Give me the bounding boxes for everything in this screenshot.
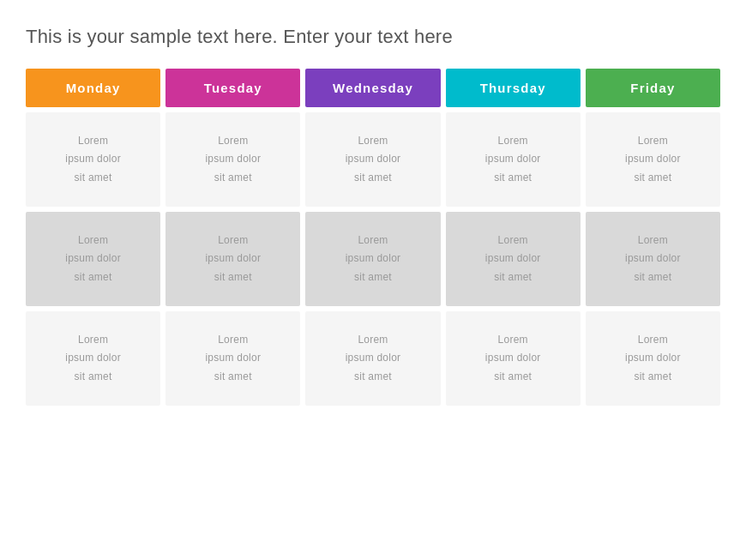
cell-text-row1-col1: Lorem ipsum dolor sit amet — [205, 232, 261, 287]
page-title: This is your sample text here. Enter you… — [26, 26, 720, 48]
cell-text-row2-col3: Lorem ipsum dolor sit amet — [485, 331, 541, 387]
cell-row2-col1: Lorem ipsum dolor sit amet — [165, 311, 300, 406]
cell-row1-col0: Lorem ipsum dolor sit amet — [26, 212, 160, 306]
cell-text-row2-col1: Lorem ipsum dolor sit amet — [205, 331, 261, 387]
cell-text-row0-col2: Lorem ipsum dolor sit amet — [346, 132, 401, 188]
cell-text-row1-col3: Lorem ipsum dolor sit amet — [485, 232, 541, 287]
header-tuesday: Tuesday — [165, 69, 300, 107]
header-thursday: Thursday — [446, 69, 581, 107]
cell-text-row1-col2: Lorem ipsum dolor sit amet — [346, 232, 401, 287]
cell-row1-col2: Lorem ipsum dolor sit amet — [305, 212, 440, 306]
cell-text-row2-col2: Lorem ipsum dolor sit amet — [346, 331, 401, 387]
cell-text-row0-col0: Lorem ipsum dolor sit amet — [65, 132, 121, 188]
cell-row0-col2: Lorem ipsum dolor sit amet — [305, 112, 440, 207]
cell-row2-col3: Lorem ipsum dolor sit amet — [446, 311, 581, 406]
calendar-grid: MondayTuesdayWednesdayThursdayFridayLore… — [26, 69, 720, 406]
cell-row2-col0: Lorem ipsum dolor sit amet — [26, 311, 160, 406]
cell-row2-col2: Lorem ipsum dolor sit amet — [305, 311, 440, 406]
cell-row0-col0: Lorem ipsum dolor sit amet — [26, 112, 160, 207]
cell-text-row0-col4: Lorem ipsum dolor sit amet — [625, 132, 681, 188]
cell-row0-col3: Lorem ipsum dolor sit amet — [446, 112, 581, 207]
cell-text-row0-col1: Lorem ipsum dolor sit amet — [205, 132, 261, 188]
cell-row1-col4: Lorem ipsum dolor sit amet — [586, 212, 720, 306]
cell-row1-col1: Lorem ipsum dolor sit amet — [165, 212, 300, 306]
header-wednesday: Wednesday — [305, 69, 440, 107]
cell-text-row2-col0: Lorem ipsum dolor sit amet — [65, 331, 121, 387]
cell-row0-col1: Lorem ipsum dolor sit amet — [165, 112, 300, 207]
cell-row1-col3: Lorem ipsum dolor sit amet — [446, 212, 581, 306]
cell-text-row1-col0: Lorem ipsum dolor sit amet — [65, 232, 121, 287]
cell-row2-col4: Lorem ipsum dolor sit amet — [586, 311, 720, 406]
header-monday: Monday — [26, 69, 160, 107]
cell-row0-col4: Lorem ipsum dolor sit amet — [586, 112, 720, 207]
cell-text-row0-col3: Lorem ipsum dolor sit amet — [485, 132, 541, 188]
cell-text-row1-col4: Lorem ipsum dolor sit amet — [625, 232, 681, 287]
cell-text-row2-col4: Lorem ipsum dolor sit amet — [625, 331, 681, 387]
header-friday: Friday — [586, 69, 720, 107]
